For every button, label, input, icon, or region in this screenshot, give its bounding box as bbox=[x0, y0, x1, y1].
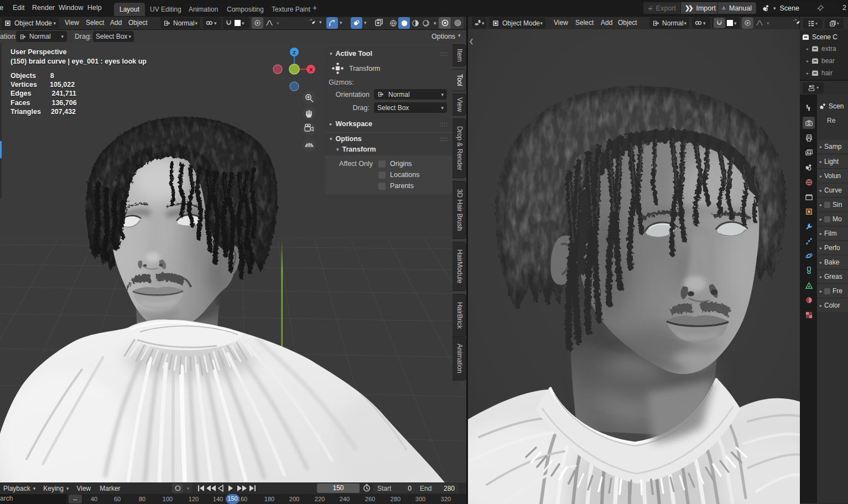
svg-text:X: X bbox=[309, 66, 313, 72]
svg-text:Z: Z bbox=[293, 49, 296, 55]
